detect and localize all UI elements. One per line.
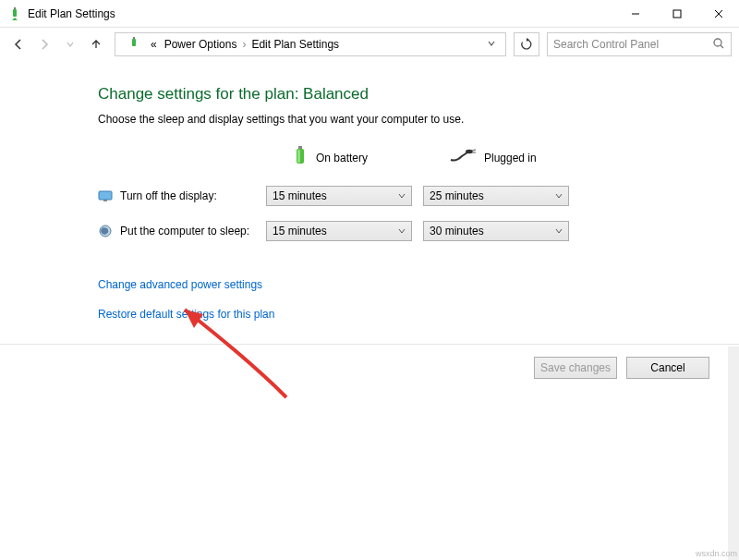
app-icon — [7, 6, 22, 21]
svg-line-14 — [472, 150, 476, 151]
close-button[interactable] — [697, 0, 739, 27]
chevron-down-icon — [398, 189, 406, 202]
watermark: wsxdn.com — [696, 549, 737, 558]
save-button[interactable]: Save changes — [534, 357, 617, 379]
battery-icon — [292, 144, 309, 171]
footer-buttons: Save changes Cancel — [534, 357, 709, 379]
power-options-icon — [127, 36, 143, 53]
window-title: Edit Plan Settings — [28, 7, 614, 20]
chevron-down-icon — [555, 225, 563, 237]
restore-defaults-link[interactable]: Restore default settings for this plan — [98, 308, 739, 321]
scrollbar[interactable] — [728, 347, 739, 560]
chevron-down-icon — [555, 189, 563, 202]
svg-rect-3 — [673, 10, 681, 18]
display-plugged-dropdown[interactable]: 25 minutes — [423, 186, 569, 206]
chevron-right-icon: › — [240, 38, 248, 51]
row-label-text: Put the computer to sleep: — [120, 225, 249, 237]
svg-rect-11 — [297, 150, 300, 163]
svg-rect-17 — [103, 200, 107, 201]
sleep-icon — [98, 224, 113, 238]
sleep-plugged-dropdown[interactable]: 30 minutes — [423, 221, 569, 241]
maximize-button[interactable] — [656, 0, 697, 27]
row-label-text: Turn off the display: — [120, 189, 217, 202]
dropdown-value: 15 minutes — [273, 189, 398, 202]
svg-line-9 — [721, 45, 723, 48]
svg-rect-0 — [13, 9, 17, 17]
change-advanced-link[interactable]: Change advanced power settings — [98, 278, 739, 291]
svg-rect-12 — [298, 146, 302, 149]
svg-point-8 — [714, 39, 721, 46]
column-label: Plugged in — [484, 152, 537, 164]
search-placeholder: Search Control Panel — [553, 38, 712, 51]
plug-icon — [449, 149, 477, 166]
sleep-battery-dropdown[interactable]: 15 minutes — [266, 221, 412, 241]
page-heading: Change settings for the plan: Balanced — [98, 85, 739, 103]
titlebar: Edit Plan Settings — [0, 0, 739, 28]
settings-grid: On battery Plugged in Turn off the displ… — [98, 144, 739, 241]
display-icon — [98, 189, 113, 203]
chevron-down-icon — [398, 225, 406, 237]
search-input[interactable]: Search Control Panel — [547, 32, 732, 56]
dropdown-value: 30 minutes — [430, 225, 555, 237]
window-controls — [614, 0, 739, 27]
cancel-button[interactable]: Cancel — [626, 357, 709, 379]
back-button[interactable] — [7, 33, 30, 55]
address-bar[interactable]: « Power Options › Edit Plan Settings — [115, 32, 506, 56]
display-battery-dropdown[interactable]: 15 minutes — [266, 186, 412, 206]
breadcrumb-prefix: « — [147, 38, 161, 51]
column-header-plugged: Plugged in — [423, 149, 580, 166]
svg-point-13 — [466, 150, 473, 153]
column-label: On battery — [316, 152, 368, 164]
toolbar: « Power Options › Edit Plan Settings Sea… — [0, 28, 739, 61]
links-section: Change advanced power settings Restore d… — [98, 278, 739, 321]
svg-rect-6 — [132, 39, 136, 46]
search-icon — [712, 37, 725, 53]
dropdown-value: 15 minutes — [273, 225, 398, 237]
row-label-sleep: Put the computer to sleep: — [98, 224, 266, 238]
main-content: Change settings for the plan: Balanced C… — [0, 61, 739, 321]
recent-dropdown-button[interactable] — [59, 33, 81, 55]
svg-rect-7 — [133, 37, 135, 39]
column-header-battery: On battery — [266, 144, 423, 171]
page-subtext: Choose the sleep and display settings th… — [98, 113, 739, 126]
svg-rect-16 — [99, 191, 112, 200]
separator — [0, 344, 739, 345]
minimize-button[interactable] — [614, 0, 656, 27]
refresh-button[interactable] — [514, 32, 539, 56]
up-button[interactable] — [85, 33, 107, 55]
chevron-down-icon[interactable] — [483, 38, 500, 51]
dropdown-value: 25 minutes — [430, 189, 555, 202]
breadcrumb-item[interactable]: Power Options — [161, 38, 241, 51]
forward-button[interactable] — [33, 33, 55, 55]
svg-rect-1 — [14, 7, 16, 9]
breadcrumb-item[interactable]: Edit Plan Settings — [248, 38, 343, 51]
row-label-display: Turn off the display: — [98, 189, 266, 203]
